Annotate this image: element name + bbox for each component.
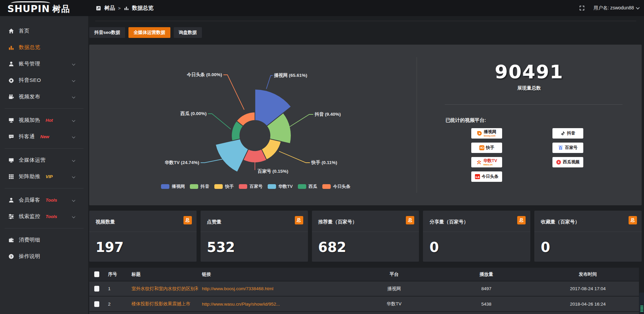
toutiao-logo-icon: 头条 <box>475 174 480 179</box>
bar-chart-icon <box>8 45 14 51</box>
svg-text:?: ? <box>10 255 12 258</box>
cell-url-link[interactable]: http://www.wasu.cn/Play/show/id/952... <box>198 296 352 311</box>
platform-name: 抖音 <box>567 131 576 136</box>
row-checkbox[interactable] <box>94 286 99 292</box>
logo-arc <box>11 1 50 5</box>
total-badge[interactable]: 总 <box>295 216 303 224</box>
chart-legend: 播视网 抖音 快手 百家号 华数TV 西瓜 今日头条 <box>161 184 351 190</box>
video-table: 序号 标题 链接 平台 播放量 发布时间 1 室外水纹灯和室内水纹灯的区别和简介… <box>89 268 639 314</box>
card-divider <box>534 231 642 232</box>
total-badge[interactable]: 总 <box>517 216 526 224</box>
sidebar-item-matrix-boost[interactable]: 矩阵助推VIP <box>0 168 88 185</box>
sidebar-item-label: 操作说明 <box>19 253 40 260</box>
grid-icon <box>8 174 14 180</box>
sidebar-item-video-publish[interactable]: 视频发布 <box>0 89 88 105</box>
legend-item-西瓜[interactable]: 西瓜 <box>298 184 317 190</box>
cell-platform: 华数TV <box>352 296 436 311</box>
bar-chart-icon <box>124 5 129 11</box>
legend-swatch <box>214 184 223 189</box>
header-divider <box>95 21 636 21</box>
card-divider <box>423 231 530 232</box>
sidebar-item-omni-media[interactable]: 全媒体运营 <box>0 152 88 168</box>
total-badge[interactable]: 总 <box>406 216 414 224</box>
sidebar-item-member-baoke[interactable]: 会员爆客Tools <box>0 192 88 208</box>
cell-plays: 5438 <box>436 296 537 311</box>
legend-item-今日头条[interactable]: 今日头条 <box>322 184 351 190</box>
platforms-title: 已统计的视频平台: <box>445 117 486 123</box>
clipped-table-row <box>89 311 639 314</box>
topbar: SHUPIN 树品 树品 > 数据总览 用户名: zswodun88 <box>0 0 644 16</box>
chevron-down-icon <box>72 199 75 202</box>
breadcrumb-root[interactable]: 树品 <box>104 5 115 12</box>
fullscreen-icon[interactable] <box>579 5 585 11</box>
stat-card-title: 视频数量 <box>96 219 115 225</box>
pie-slice-华数TV[interactable] <box>215 139 248 172</box>
legend-item-抖音[interactable]: 抖音 <box>190 184 209 190</box>
sidebar-item-operation-guide[interactable]: ?操作说明 <box>0 248 88 265</box>
home-icon <box>8 28 14 34</box>
sidebar-divider <box>5 188 84 189</box>
svg-text:百: 百 <box>558 146 563 150</box>
label-line-今日头条 <box>223 75 244 110</box>
user-icon <box>8 197 14 203</box>
pie-label-西瓜: 西瓜 (0.00%) <box>180 111 207 116</box>
boosj-logo-icon <box>477 131 482 136</box>
card-divider <box>89 231 197 232</box>
sidebar-item-consumption-detail[interactable]: 消费明细 <box>0 232 88 248</box>
floating-widget[interactable] <box>639 293 644 313</box>
cell-num: 1 <box>104 281 127 296</box>
sidebar-item-clue-monitor[interactable]: 线索监控Tools <box>0 208 88 225</box>
sidebar-item-label: 抖音SEO <box>19 77 41 84</box>
tab-询盘数据[interactable]: 询盘数据 <box>174 27 202 38</box>
legend-item-百家号[interactable]: 百家号 <box>239 184 263 190</box>
legend-item-播视网[interactable]: 播视网 <box>161 184 185 190</box>
pie-label-快手: 快手 (0.11%) <box>311 160 337 165</box>
platform-badge-toutiao: 头条今日头条 <box>471 171 502 182</box>
sidebar-item-douyin-seo[interactable]: 抖音SEO <box>0 72 88 89</box>
sidebar-item-data-overview[interactable]: 数据总览 <box>0 39 88 56</box>
platform-badge-xigua: 西瓜视频 <box>552 157 583 167</box>
stat-card-视频数量: 视频数量 总 197 <box>89 211 197 262</box>
platform-name: 播视网 <box>484 130 496 134</box>
stat-card-title: 点赞量 <box>207 219 222 225</box>
sidebar-item-account-management[interactable]: 账号管理 <box>0 56 88 72</box>
stat-card-title: 收藏量（百家号） <box>541 219 580 225</box>
legend-item-快手[interactable]: 快手 <box>214 184 234 190</box>
total-badge[interactable]: 总 <box>629 216 637 224</box>
rose-pie-chart[interactable]: 播视网 (65.61%)抖音 (9.40%)快手 (0.11%)百家号 (0.1… <box>89 45 417 205</box>
sidebar-item-label: 矩阵助推 <box>19 173 40 180</box>
cell-url-link[interactable]: http://www.boosj.com/7338468.html <box>198 281 352 296</box>
cell-platform: 播视网 <box>352 281 436 296</box>
card-divider <box>312 231 419 232</box>
platform-name: 今日头条 <box>482 174 498 179</box>
card-divider <box>201 231 308 232</box>
platform-name: 百家号 <box>565 146 578 150</box>
sidebar-item-label: 视频发布 <box>19 93 40 100</box>
tab-抖音seo数据[interactable]: 抖音seo数据 <box>89 27 125 38</box>
table-row: 2 楼体投影灯投影效果震撼上市 http://www.wasu.cn/Play/… <box>89 296 639 311</box>
cell-title-link[interactable]: 楼体投影灯投影效果震撼上市 <box>127 296 198 311</box>
sidebar-item-badge: Tools <box>46 198 57 203</box>
sidebar-item-label: 抖客通 <box>19 133 35 140</box>
tab-全媒体运营数据[interactable]: 全媒体运营数据 <box>128 27 170 38</box>
stat-card-value: 197 <box>96 240 124 255</box>
row-checkbox[interactable] <box>94 301 99 307</box>
sidebar-menu: 首页数据总览账号管理抖音SEO视频发布视频加热Hot抖客通New全媒体运营矩阵助… <box>0 23 88 265</box>
legend-label: 抖音 <box>201 184 209 190</box>
select-all-checkbox[interactable] <box>94 271 99 277</box>
stat-card-推荐量（百家号）: 推荐量（百家号） 总 682 <box>312 211 419 262</box>
sidebar-item-douketong[interactable]: 抖客通New <box>0 128 88 145</box>
user-menu[interactable]: 用户名: zswodun88 <box>593 5 639 11</box>
cell-num: 2 <box>104 296 127 311</box>
total-badge[interactable]: 总 <box>183 216 192 224</box>
legend-label: 华数TV <box>278 184 293 190</box>
stat-card-value: 532 <box>207 240 235 255</box>
sidebar-item-home[interactable]: 首页 <box>0 23 88 39</box>
cell-title-link[interactable]: 室外水纹灯和室内水纹灯的区别和简介 <box>127 281 198 296</box>
pie-label-百家号: 百家号 (0.15%) <box>257 169 288 174</box>
sidebar-item-video-heating[interactable]: 视频加热Hot <box>0 112 88 128</box>
legend-item-华数TV[interactable]: 华数TV <box>268 184 293 190</box>
table-row: 1 室外水纹灯和室内水纹灯的区别和简介 http://www.boosj.com… <box>89 281 639 296</box>
breadcrumb-current[interactable]: 数据总览 <box>132 5 154 12</box>
pie-label-播视网: 播视网 (65.61%) <box>274 72 307 78</box>
